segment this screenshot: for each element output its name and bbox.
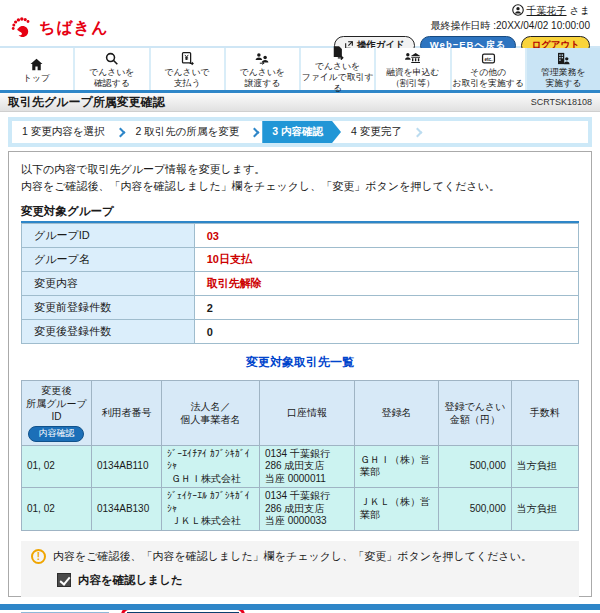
table-row: 変更後登録件数 0	[22, 320, 579, 344]
content-confirmed-checkbox[interactable]	[57, 573, 71, 587]
row-amount: 500,000	[439, 488, 512, 531]
table-row: グループ名 10日支払	[22, 248, 579, 272]
group-id-value: 03	[194, 224, 578, 248]
step-4: 4 変更完了	[341, 121, 412, 143]
content-box: 以下の内容で取引先グループ情報を変更します。 内容をご確認後、「内容を確認しまし…	[8, 151, 592, 597]
warning-icon: !	[31, 549, 46, 564]
title-bar: 取引先グループ所属変更確認 SCRTSK18108	[0, 93, 600, 112]
table-row: 変更前登録件数 2	[22, 296, 579, 320]
partner-list-heading: 変更対象取引先一覧	[21, 354, 579, 371]
group-section-heading: 変更対象グループ	[21, 204, 579, 223]
content-confirm-button[interactable]: 内容確認	[28, 426, 84, 442]
step-2: 2 取引先の所属を変更	[126, 121, 250, 143]
file-transfer-icon	[330, 45, 345, 60]
row-account-info: 0134 千葉銀行 286 成田支店 当座 0000011	[259, 445, 354, 488]
main-nav: トップ でんさいを 確認する でんさいで 支払う でんさいを 譲渡する でんさい…	[0, 46, 600, 93]
table-row: 変更内容 取引先解除	[22, 272, 579, 296]
nav-densai-pay[interactable]: でんさいで 支払う	[151, 48, 226, 90]
change-type-value: 取引先解除	[194, 272, 578, 296]
row-amount: 500,000	[439, 445, 512, 488]
user-icon	[512, 4, 524, 18]
row-user-number: 0134AB110	[91, 445, 161, 488]
admin-building-icon	[555, 50, 571, 66]
group-name-value: 10日支払	[194, 248, 578, 272]
svg-text:etc.: etc.	[484, 57, 492, 62]
after-count-value: 0	[194, 320, 578, 344]
row-company-name: ｼﾞｰｴｲﾁｱｲ ｶﾌﾞｼｷｶﾞｲｼｬ ＧＨＩ株式会社	[161, 445, 259, 488]
group-detail-table: グループID 03 グループ名 10日支払 変更内容 取引先解除 変更前登録件数…	[21, 223, 579, 344]
step-3-current: 3 内容確認	[262, 121, 341, 143]
bank-logo-icon	[10, 16, 34, 42]
row-account-info: 0134 千葉銀行 286 成田支店 当座 0000033	[259, 488, 354, 531]
nav-other-transactions[interactable]: etc. その他の お取引を実施する	[452, 48, 527, 90]
row-fee: 当方負担	[511, 445, 578, 488]
home-icon	[29, 56, 44, 72]
page-title: 取引先グループ所属変更確認	[8, 94, 165, 111]
nav-densai-transfer[interactable]: でんさいを 譲渡する	[226, 48, 301, 90]
step-chevron-icon	[250, 127, 260, 137]
yen-document-icon	[180, 50, 195, 66]
checkbox-label: 内容を確認しました	[78, 573, 183, 588]
row-registered-name: ＧＨＩ（株）営業部	[355, 445, 439, 488]
people-transfer-icon	[254, 50, 270, 66]
partner-list-table: 変更後 所属グループID 内容確認 利用者番号 法人名／ 個人事業者名 口座情報…	[21, 380, 579, 531]
search-icon	[104, 50, 119, 66]
row-group-ids: 01, 02	[22, 445, 92, 488]
nav-top[interactable]: トップ	[0, 48, 75, 90]
nav-loan-apply[interactable]: 融資を申込む （割引等）	[376, 48, 451, 90]
nav-densai-file[interactable]: でんさいを ファイルで取引する	[301, 48, 376, 90]
nav-densai-confirm[interactable]: でんさいを 確認する	[75, 48, 150, 90]
user-suffix: さま	[570, 4, 590, 18]
before-count-value: 2	[194, 296, 578, 320]
row-registered-name: ＪＫＬ（株）営業部	[355, 488, 439, 531]
table-row: グループID 03	[22, 224, 579, 248]
intro-text: 以下の内容で取引先グループ情報を変更します。 内容をご確認後、「内容を確認しまし…	[21, 161, 579, 194]
step-indicator: 1 変更内容を選択 2 取引先の所属を変更 3 内容確認 4 変更完了	[8, 117, 592, 147]
step-chevron-icon	[115, 127, 125, 137]
etc-icon: etc.	[481, 50, 496, 66]
table-row: 01, 02 0134AB110 ｼﾞｰｴｲﾁｱｲ ｶﾌﾞｼｷｶﾞｲｼｬ ＧＨＩ…	[22, 445, 579, 488]
bottom-accent-bar	[0, 604, 600, 610]
bank-logo-text: ちばきん	[39, 18, 109, 39]
screen-id: SCRTSK18108	[531, 97, 592, 107]
confirm-notice-text: 内容をご確認後、「内容を確認しました」欄をチェックし、「変更」ボタンを押してくだ…	[53, 549, 532, 564]
step-chevron-icon	[412, 127, 422, 137]
row-user-number: 0134AB130	[91, 488, 161, 531]
bank-loan-icon	[404, 50, 421, 66]
user-name-link[interactable]: 千葉花子	[527, 4, 567, 18]
confirm-notice-box: ! 内容をご確認後、「内容を確認しました」欄をチェックし、「変更」ボタンを押して…	[21, 541, 579, 597]
step-1: 1 変更内容を選択	[12, 121, 115, 143]
row-group-ids: 01, 02	[22, 488, 92, 531]
table-header-row: 変更後 所属グループID 内容確認 利用者番号 法人名／ 個人事業者名 口座情報…	[22, 381, 579, 446]
row-fee: 当方負担	[511, 488, 578, 531]
table-row: 01, 02 0134AB130 ｼﾞｪｲｹｰｴﾙ ｶﾌﾞｼｷｶﾞｲｼｬ ＪＫＬ…	[22, 488, 579, 531]
last-operation-datetime: 最終操作日時 :20XX/04/02 10:00:00	[334, 19, 590, 33]
row-company-name: ｼﾞｪｲｹｰｴﾙ ｶﾌﾞｼｷｶﾞｲｼｬ ＪＫＬ株式会社	[161, 488, 259, 531]
bank-logo: ちばきん	[10, 11, 109, 46]
top-header: ちばきん 千葉花子 さま 最終操作日時 :20XX/04/02 10:00:00…	[0, 0, 600, 46]
nav-admin-tasks[interactable]: 管理業務を 実施する	[527, 48, 600, 90]
